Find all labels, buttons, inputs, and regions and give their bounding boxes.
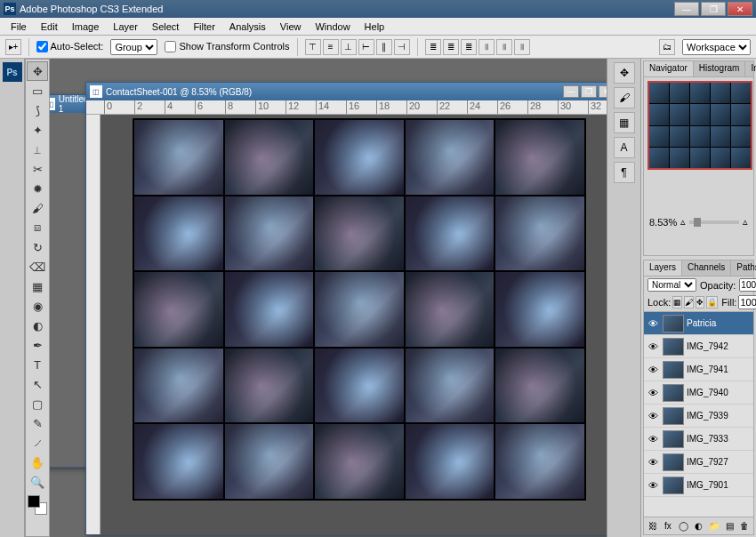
lasso-tool[interactable]: ⟆: [27, 100, 48, 120]
link-layers-icon[interactable]: ⛓: [646, 519, 659, 533]
crop-tool[interactable]: ⟂: [27, 140, 48, 159]
layer-visibility-icon[interactable]: 👁: [646, 386, 660, 400]
align-vcenter-icon[interactable]: ≡: [323, 39, 339, 55]
tab-navigator[interactable]: Navigator: [644, 61, 694, 76]
navigator-preview[interactable]: [647, 81, 752, 170]
zoom-tool[interactable]: 🔍: [27, 472, 48, 492]
layer-visibility-icon[interactable]: 👁: [646, 317, 660, 331]
doc-maximize-button[interactable]: ❐: [581, 85, 597, 98]
layer-thumbnail[interactable]: [663, 477, 684, 494]
doc-minimize-button[interactable]: —: [563, 85, 579, 98]
layer-name[interactable]: IMG_7941: [687, 365, 752, 374]
layer-thumbnail[interactable]: [663, 430, 684, 448]
dist-left-icon[interactable]: ⦀: [479, 39, 495, 55]
dist-top-icon[interactable]: ≣: [425, 39, 441, 55]
lock-transparent-icon[interactable]: ▦: [672, 296, 682, 309]
layer-name[interactable]: Patricia: [687, 318, 752, 328]
menu-image[interactable]: Image: [65, 20, 107, 34]
layer-style-icon[interactable]: fx: [661, 519, 674, 533]
layer-thumbnail[interactable]: [663, 338, 684, 356]
layer-thumbnail[interactable]: [663, 384, 684, 402]
slice-tool[interactable]: ✂: [27, 159, 48, 179]
tab-info[interactable]: Info: [745, 61, 756, 76]
lock-position-icon[interactable]: ✥: [696, 296, 704, 309]
shape-tool[interactable]: ▢: [27, 394, 48, 413]
dist-hcenter-icon[interactable]: ⦀: [496, 39, 512, 55]
layer-visibility-icon[interactable]: 👁: [646, 340, 660, 354]
layer-row[interactable]: 👁 IMG_7941: [644, 358, 753, 381]
doc-titlebar-main[interactable]: ◫ ContactSheet-001 @ 8.53% (RGB/8) — ❐ ✕: [86, 83, 607, 100]
layer-thumbnail[interactable]: [663, 407, 684, 425]
align-right-icon[interactable]: ⊣: [394, 39, 410, 55]
swatches-panel-icon[interactable]: ▦: [614, 112, 635, 133]
pen-tool[interactable]: ✒: [27, 335, 48, 355]
layer-name[interactable]: IMG_7942: [687, 341, 752, 351]
ps-app-icon[interactable]: Ps: [3, 62, 22, 82]
eyedrop-tool[interactable]: ⟋: [27, 433, 48, 453]
menu-filter[interactable]: Filter: [186, 20, 221, 34]
layer-mask-icon[interactable]: ◯: [677, 519, 690, 533]
window-close-button[interactable]: ✕: [728, 2, 752, 16]
wand-tool[interactable]: ✦: [27, 120, 48, 140]
layer-visibility-icon[interactable]: 👁: [646, 478, 660, 493]
opacity-input[interactable]: [739, 278, 756, 292]
layer-thumbnail[interactable]: [663, 361, 684, 379]
delete-layer-icon[interactable]: 🗑: [738, 519, 752, 533]
dist-right-icon[interactable]: ⦀: [514, 39, 530, 55]
new-layer-icon[interactable]: ▤: [722, 519, 736, 533]
marquee-tool[interactable]: ▭: [27, 81, 48, 100]
tab-histogram[interactable]: Histogram: [694, 61, 746, 76]
layer-visibility-icon[interactable]: 👁: [646, 455, 660, 469]
layer-visibility-icon[interactable]: 👁: [646, 363, 660, 377]
zoom-in-icon[interactable]: ▵: [743, 216, 748, 228]
lock-all-icon[interactable]: 🔒: [706, 296, 718, 309]
layer-visibility-icon[interactable]: 👁: [646, 409, 660, 423]
layer-row[interactable]: 👁 IMG_7939: [644, 405, 753, 428]
tab-layers[interactable]: Layers: [644, 260, 682, 276]
menu-select[interactable]: Select: [145, 20, 187, 34]
layer-row[interactable]: 👁 Patricia: [644, 312, 753, 335]
menu-file[interactable]: File: [4, 20, 34, 34]
show-transform-checkbox[interactable]: Show Transform Controls: [165, 41, 289, 53]
color-swatches[interactable]: [28, 495, 47, 515]
layer-name[interactable]: IMG_7940: [687, 388, 752, 397]
align-bottom-icon[interactable]: ⊥: [341, 39, 357, 55]
doc-close-button[interactable]: ✕: [599, 85, 607, 98]
layer-visibility-icon[interactable]: 👁: [646, 432, 660, 446]
workspace-dropdown[interactable]: Workspace: [682, 39, 751, 55]
character-panel-icon[interactable]: A: [614, 137, 635, 158]
tab-paths[interactable]: Paths: [731, 260, 756, 276]
dist-bottom-icon[interactable]: ≣: [461, 39, 477, 55]
layer-name[interactable]: IMG_7939: [687, 411, 752, 421]
hand-tool[interactable]: ✋: [27, 453, 48, 472]
bridge-icon[interactable]: 🗂: [659, 39, 675, 55]
auto-select-dropdown[interactable]: Group: [110, 39, 157, 55]
document-window-main[interactable]: ◫ ContactSheet-001 @ 8.53% (RGB/8) — ❐ ✕…: [85, 82, 607, 535]
type-tool[interactable]: T: [27, 355, 48, 374]
brush-tool[interactable]: 🖌: [27, 198, 48, 218]
move-tool[interactable]: ✥: [27, 61, 48, 81]
stamp-tool[interactable]: ⧇: [27, 218, 48, 237]
move-tool-icon[interactable]: ▸+: [5, 39, 21, 55]
menu-view[interactable]: View: [273, 20, 309, 34]
layer-row[interactable]: 👁 IMG_7940: [644, 381, 753, 405]
adjustment-layer-icon[interactable]: ◐: [692, 519, 705, 533]
blend-mode-dropdown[interactable]: Normal: [647, 278, 696, 292]
fill-input[interactable]: [738, 295, 756, 309]
align-top-icon[interactable]: ⊤: [305, 39, 321, 55]
menu-edit[interactable]: Edit: [34, 20, 65, 34]
vertical-ruler[interactable]: [86, 115, 101, 534]
eraser-tool[interactable]: ⌫: [27, 257, 48, 277]
layer-row[interactable]: 👁 IMG_7901: [644, 474, 753, 497]
menu-window[interactable]: Window: [308, 20, 357, 34]
align-left-icon[interactable]: ⊢: [358, 39, 374, 55]
auto-select-checkbox[interactable]: Auto-Select:: [36, 41, 103, 53]
window-maximize-button[interactable]: ❐: [701, 2, 726, 16]
history-brush-tool[interactable]: ↻: [27, 237, 48, 257]
layer-row[interactable]: 👁 IMG_7927: [644, 451, 753, 474]
heal-tool[interactable]: ✹: [27, 179, 48, 198]
brush-panel-icon[interactable]: 🖌: [614, 87, 635, 108]
paragraph-panel-icon[interactable]: ¶: [614, 162, 635, 183]
tab-channels[interactable]: Channels: [682, 260, 731, 276]
menu-help[interactable]: Help: [358, 20, 392, 34]
